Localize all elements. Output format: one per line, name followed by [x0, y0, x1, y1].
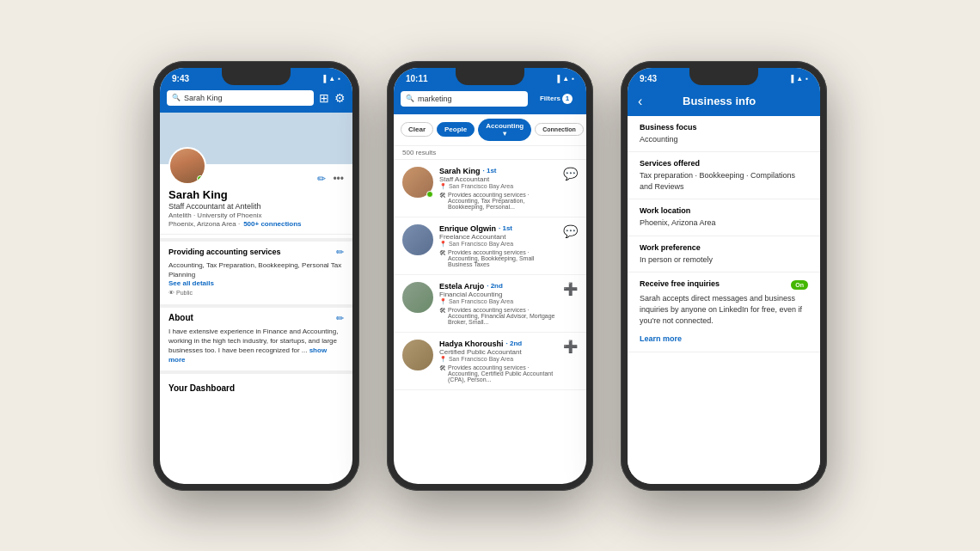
- biz-location-label: Work location: [640, 206, 808, 215]
- biz-inquiries-section: Receive free inquiries On Sarah accepts …: [628, 272, 820, 352]
- profile-name: Sarah King: [168, 188, 344, 201]
- biz-page-title: Business info: [649, 95, 810, 107]
- message-action-2[interactable]: 💬: [563, 224, 578, 238]
- result-degree-2: · 1st: [499, 224, 512, 232]
- accounting-filter-btn[interactable]: Accounting ▾: [478, 119, 531, 141]
- phone-2: 10:11 ▐ ▲ ▪ 🔍 marketing Filters 1: [387, 61, 593, 491]
- biz-services-section: Services offered Tax preparation · Bookk…: [628, 152, 820, 199]
- battery-icon: ▪: [338, 75, 340, 83]
- svg-rect-1: [229, 121, 315, 156]
- services-icon-1: 🛠: [439, 192, 446, 199]
- result-location-4: 📍 San Francisco Bay Area: [439, 356, 557, 363]
- search-value-1: Sarah King: [184, 94, 223, 102]
- biz-inquiries-value: Sarah accepts direct messages and busine…: [640, 293, 808, 326]
- result-name-2: Enrique Olgwin: [439, 224, 496, 233]
- online-indicator: [197, 175, 204, 182]
- biz-inquiries-label: Receive free inquiries: [640, 279, 720, 288]
- result-title-2: Freelance Accountant: [439, 233, 557, 241]
- filter-bar: Clear People Accounting ▾ Connection: [394, 114, 586, 146]
- edit-profile-icon[interactable]: ✏: [317, 173, 326, 185]
- result-services-2: 🛠 Provides accounting services · Account…: [439, 249, 557, 267]
- result-name-1: Sarah King: [439, 167, 481, 175]
- result-location-3: 📍 San Francisco Bay Area: [439, 298, 557, 305]
- signal-icon-3: ▐: [789, 75, 794, 83]
- biz-focus-label: Business focus: [640, 123, 808, 132]
- result-info-1: Sarah King · 1st Staff Accountant 📍 San …: [439, 167, 557, 210]
- result-services-3: 🛠 Provides accounting services · Account…: [439, 307, 557, 325]
- profile-section: ✏ ••• Sarah King Staff Accountant at Ant…: [160, 164, 352, 235]
- biz-preference-value: In person or remotely: [640, 254, 808, 266]
- result-title-1: Staff Accountant: [439, 175, 557, 183]
- result-title-3: Financial Accounting: [439, 291, 557, 298]
- result-item-2[interactable]: Enrique Olgwin · 1st Freelance Accountan…: [394, 217, 586, 275]
- result-info-2: Enrique Olgwin · 1st Freelance Accountan…: [439, 224, 557, 267]
- result-info-3: Estela Arujo · 2nd Financial Accounting …: [439, 282, 557, 325]
- connections-filter-btn[interactable]: Connection: [535, 123, 584, 136]
- message-action-1[interactable]: 💬: [563, 167, 578, 181]
- dashboard-title: Your Dashboard: [168, 383, 235, 393]
- people-filter-btn[interactable]: People: [437, 122, 475, 137]
- notch-1: [222, 68, 291, 85]
- search-icon-1: 🔍: [172, 94, 181, 101]
- services-icon-3: 🛠: [439, 307, 446, 315]
- inquiries-toggle[interactable]: On: [791, 280, 808, 290]
- public-label: Public: [176, 290, 193, 296]
- settings-icon[interactable]: ⚙: [334, 91, 346, 105]
- about-section: About ✏ I have extensive experience in F…: [160, 304, 352, 370]
- phones-container: 9:43 ▐ ▲ ▪ 🔍 Sarah King ⊞ ⚙: [136, 44, 844, 508]
- search-box-2[interactable]: 🔍 marketing: [401, 91, 528, 107]
- biz-services-label: Services offered: [640, 159, 808, 168]
- services-icon-2: 🛠: [439, 249, 446, 257]
- more-options-icon[interactable]: •••: [333, 173, 344, 185]
- search-header-1: 🔍 Sarah King ⊞ ⚙: [160, 87, 352, 113]
- online-dot-1: [426, 191, 433, 198]
- about-edit-icon[interactable]: ✏: [336, 313, 344, 324]
- search-icon-2: 🔍: [406, 95, 414, 102]
- about-text: I have extensive experience in Finance a…: [168, 327, 344, 365]
- result-location-2: 📍 San Francisco Bay Area: [439, 241, 557, 248]
- result-item-4[interactable]: Hadya Khoroushi · 2nd Certified Public A…: [394, 333, 586, 390]
- results-list: Sarah King · 1st Staff Accountant 📍 San …: [394, 160, 586, 390]
- result-avatar-3: [402, 282, 433, 313]
- wifi-icon-2: ▲: [562, 75, 569, 83]
- signal-icon-2: ▐: [555, 75, 560, 83]
- profile-avatar: [168, 147, 206, 185]
- results-count: 500 results: [394, 146, 586, 160]
- about-title: About: [168, 313, 193, 322]
- result-avatar-2: [402, 224, 433, 255]
- biz-services-value: Tax preparation · Bookkeeping · Compilat…: [640, 170, 808, 192]
- search-box-1[interactable]: 🔍 Sarah King: [167, 90, 314, 106]
- phone-1: 9:43 ▐ ▲ ▪ 🔍 Sarah King ⊞ ⚙: [153, 61, 359, 491]
- result-avatar-1: [402, 167, 433, 198]
- result-item-3[interactable]: Estela Arujo · 2nd Financial Accounting …: [394, 275, 586, 333]
- connections-link[interactable]: 500+ connections: [243, 220, 301, 228]
- result-name-3: Estela Arujo: [439, 282, 484, 291]
- biz-location-section: Work location Phoenix, Arizona Area: [628, 199, 820, 236]
- clear-filter-btn[interactable]: Clear: [401, 122, 433, 137]
- notch-3: [689, 68, 758, 85]
- connect-action-3[interactable]: ➕: [563, 282, 578, 296]
- result-info-4: Hadya Khoroushi · 2nd Certified Public A…: [439, 340, 557, 383]
- profile-location: Phoenix, Arizona Area ·: [168, 220, 240, 228]
- back-button[interactable]: ‹: [638, 94, 642, 109]
- status-icons-1: ▐ ▲ ▪: [322, 75, 340, 83]
- qr-icon[interactable]: ⊞: [319, 91, 329, 105]
- wifi-icon: ▲: [328, 75, 335, 83]
- result-item-1[interactable]: Sarah King · 1st Staff Accountant 📍 San …: [394, 160, 586, 217]
- biz-preference-label: Work preference: [640, 243, 808, 252]
- result-location-1: 📍 San Francisco Bay Area: [439, 183, 557, 190]
- learn-more-link[interactable]: Learn more: [640, 334, 682, 343]
- filters-count: 1: [562, 94, 573, 104]
- status-icons-2: ▐ ▲ ▪: [555, 75, 574, 83]
- phone-3: 9:43 ▐ ▲ ▪ ‹ Business info Business focu…: [621, 61, 827, 491]
- services-edit-icon[interactable]: ✏: [336, 247, 344, 258]
- filters-button[interactable]: Filters 1: [533, 90, 579, 107]
- see-all-details-link[interactable]: See all details: [168, 279, 344, 287]
- services-card-title: Providing accounting services: [168, 248, 281, 256]
- signal-icon: ▐: [322, 75, 327, 83]
- svg-rect-4: [280, 130, 332, 151]
- connect-action-4[interactable]: ➕: [563, 340, 578, 353]
- result-avatar-4: [402, 340, 433, 370]
- search-value-2: marketing: [418, 95, 452, 103]
- svg-point-3: [193, 128, 213, 149]
